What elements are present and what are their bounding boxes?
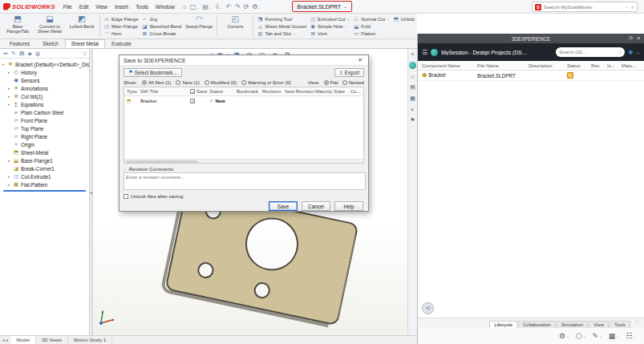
tree-item-base-flange[interactable]: ▸ ⬓ Base-Flange1 (0, 156, 89, 164)
tab-tools[interactable]: Tools (610, 321, 630, 328)
tree-item-flat-pattern[interactable]: ▸ ▦ Flat-Pattern (0, 180, 89, 188)
tab-features[interactable]: Features (3, 39, 36, 48)
simple-hole-button[interactable]: ◉Simple Hole⌄ (310, 22, 350, 30)
dimxpertmanager-tab-icon[interactable]: ◈ (28, 51, 32, 57)
tree-item-sheet-metal[interactable]: ⬒ Sheet-Metal (0, 148, 89, 156)
view-palette-icon[interactable]: ▦ (410, 95, 415, 102)
sheet-metal-gusset-button[interactable]: ◬Sheet Metal Gusset (257, 22, 306, 30)
tree-item-top-plane[interactable]: ▱ Top Plane (0, 124, 89, 132)
menu-tools[interactable]: Tools (133, 4, 151, 10)
new-document-icon[interactable]: ▢⌄ (190, 3, 199, 10)
search-icon[interactable]: ⌕ (618, 49, 622, 55)
tab-view[interactable]: View (589, 321, 609, 328)
collapse-taskpane-icon[interactable]: « (411, 51, 415, 57)
tab-lifecycle[interactable]: Lifecycle (489, 321, 517, 328)
menu-window[interactable]: Window (153, 4, 177, 10)
unfold-button[interactable]: ⬒Unfold (393, 15, 415, 22)
rollback-bar[interactable] (3, 190, 86, 192)
scroll-tabs-left-icon[interactable]: ◂ (2, 338, 5, 342)
search-icon[interactable]: ⌕ (631, 4, 634, 10)
appearances-icon[interactable]: ◐ (411, 107, 414, 112)
normal-cut-button[interactable]: ⌻Normal Cut⌄ (353, 15, 390, 22)
tree-item-cut-list[interactable]: ▸ ≣ Cut list(1) (0, 92, 89, 100)
tab-motion-study[interactable]: Motion Study 1 (68, 336, 112, 344)
save-checkbox[interactable] (190, 99, 195, 103)
filter-warning-radio[interactable]: Warning or Error (0) (241, 79, 291, 85)
unlock-files-option[interactable]: Unlock files after saving (119, 191, 368, 200)
filter-icon[interactable]: ▽ (83, 51, 87, 56)
forming-tool-button[interactable]: ⬔Forming Tool (257, 15, 306, 22)
cancel-button[interactable]: Cancel (302, 201, 330, 211)
dialog-title-bar[interactable]: Save to 3DEXPERIENCE ✕ (119, 55, 368, 66)
tab-and-slot-button[interactable]: ▥Tab and Slot⌄ (257, 30, 306, 37)
refresh-icon[interactable]: ⟳ (629, 35, 633, 42)
tree-item-annotations[interactable]: ▸ ✳ Annotations (0, 84, 89, 92)
document-title[interactable]: Bracket.SLDPRT ⌄ (292, 1, 353, 12)
3dexperience-compass-icon[interactable] (431, 49, 438, 56)
revision-comment-input[interactable] (124, 172, 366, 190)
jog-button[interactable]: ⌐Jog (141, 15, 181, 22)
tree-item-right-plane[interactable]: ▱ Right Plane (0, 132, 89, 140)
close-icon[interactable]: ✕ (356, 57, 364, 63)
custom-properties-icon[interactable]: ⚑ (410, 117, 415, 123)
open-icon[interactable]: ▤⌄ (202, 3, 211, 10)
tags-icon[interactable]: ❖ (628, 49, 634, 56)
table-row[interactable]: ⬒ Bracket ✓New (124, 96, 363, 105)
tab-3d-views[interactable]: 3D Views (36, 336, 68, 344)
edge-flange-button[interactable]: ▱Edge Flange (103, 15, 138, 22)
filter-modified-radio[interactable]: Modified (0) (205, 79, 237, 85)
tab-sketch[interactable]: Sketch (36, 39, 65, 48)
revision-comments-section[interactable]: ⌄ Revision Comments (119, 164, 368, 172)
convert-to-sheet-metal-button[interactable]: ⬓ Convert to Sheet Metal (34, 14, 66, 38)
close-icon[interactable]: ✕ (637, 35, 641, 42)
swept-flange-button[interactable]: ◠ Swept Flange (183, 14, 215, 38)
tree-item-cut-extrude[interactable]: ▸ ◫ Cut-Extrude1 (0, 172, 89, 180)
resources-icon[interactable]: ⌂ (411, 74, 414, 79)
redo-icon[interactable]: ↷ (235, 3, 241, 10)
menu-file[interactable]: File (61, 4, 75, 10)
save-icon[interactable]: ⇩⌄ (215, 3, 223, 10)
configurationmanager-tab-icon[interactable]: ▤ (19, 51, 25, 57)
component-row[interactable]: ⬢Bracket Bracket.SLDPRT ✎ (418, 71, 644, 81)
view-flat-radio[interactable]: Flat (324, 79, 338, 85)
home-icon[interactable]: ⌂ (183, 3, 187, 10)
tree-item-front-plane[interactable]: ▱ Front Plane (0, 116, 89, 124)
3dexperience-taskpane-icon[interactable] (409, 62, 416, 69)
corners-button[interactable]: ◰ Corners (219, 14, 251, 38)
select-all-checkbox[interactable] (190, 89, 195, 94)
unlock-files-checkbox[interactable] (124, 194, 128, 199)
fold-button[interactable]: ⬓Fold (353, 22, 390, 30)
featuremanager-tree-tab-icon[interactable]: ≔ (2, 51, 8, 57)
design-library-icon[interactable]: ▤ (410, 84, 415, 91)
vent-button[interactable]: ⊞Vent (310, 30, 350, 37)
rebuild-icon[interactable]: ⟳ (243, 3, 249, 10)
tree-item-history[interactable]: ▸ ◴ History (0, 68, 89, 76)
cross-break-button[interactable]: ⊠Cross-Break (141, 30, 181, 37)
tab-model[interactable]: Model (11, 336, 36, 344)
export-button[interactable]: ⇪ Export (334, 68, 364, 77)
view-nested-radio[interactable]: Nested (342, 79, 364, 85)
save-button[interactable]: Save (269, 201, 298, 211)
menu-view[interactable]: View (93, 4, 110, 10)
displaymanager-tab-icon[interactable]: ◍ (35, 51, 40, 57)
filter-all-files-radio[interactable]: All files (1) (142, 79, 171, 85)
favorites-heart-icon[interactable]: ♡ (634, 320, 639, 326)
hem-button[interactable]: ◠Hem (103, 30, 138, 37)
panel-splitter[interactable]: ◂ (90, 49, 93, 335)
sketched-bend-button[interactable]: ◪Sketched Bend (141, 22, 181, 30)
tree-item-root[interactable]: ▾ ❖ Bracket (Default)<<Default>_Display (0, 60, 89, 68)
lifecycle-grid-icon[interactable]: ▦⌄ (609, 332, 619, 340)
tree-item-equations[interactable]: ▸ Σ Equations (0, 100, 89, 108)
options-icon[interactable]: ⚙⌄ (252, 3, 261, 10)
mysession-search-input[interactable] (559, 50, 617, 55)
propertymanager-tab-icon[interactable]: ✎ (11, 51, 16, 57)
mysolidworks-search-input[interactable] (544, 4, 623, 10)
chevron-down-icon[interactable]: ⌄ (626, 5, 629, 9)
tree-item-break-corner[interactable]: ◪ Break-Corner1 (0, 164, 89, 172)
tab-collaboration[interactable]: Collaboration (518, 321, 556, 328)
lifecycle-maturity-icon[interactable]: ⚙⌄ (559, 332, 569, 340)
sync-widget-icon[interactable]: ⟲ (422, 302, 434, 314)
scroll-tabs-right-icon[interactable]: ▸ (6, 338, 9, 342)
extruded-cut-button[interactable]: ◫Extruded Cut⌄ (310, 15, 350, 22)
lifecycle-revision-icon[interactable]: ⬡⌄ (576, 332, 586, 340)
